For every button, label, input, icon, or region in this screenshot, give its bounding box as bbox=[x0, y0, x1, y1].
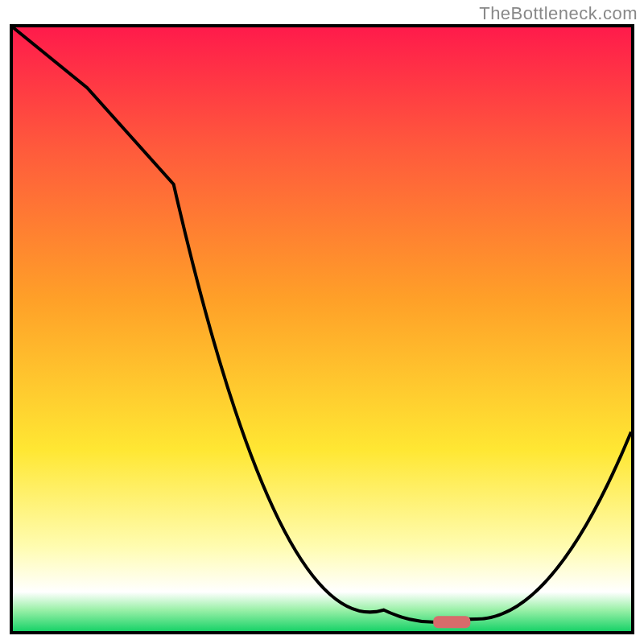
watermark-text: TheBottleneck.com bbox=[479, 3, 638, 24]
bottleneck-plot bbox=[13, 27, 631, 631]
chart-stage: TheBottleneck.com bbox=[0, 0, 644, 644]
gradient-background bbox=[13, 27, 631, 631]
optimal-marker bbox=[433, 616, 470, 628]
